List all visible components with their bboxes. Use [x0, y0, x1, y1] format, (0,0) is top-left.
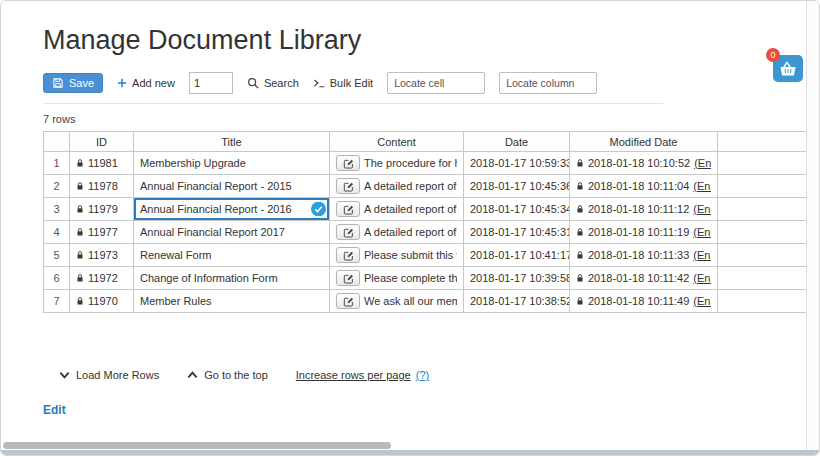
table-row: 2 11978 Annual Financial Report - 2015 A…	[44, 175, 808, 198]
increase-rows-per-page-link[interactable]: Increase rows per page	[296, 369, 411, 381]
window-bottom-edge	[1, 450, 819, 455]
date-cell[interactable]: 2018-01-17 10:38:52	[464, 290, 570, 313]
enable-link[interactable]: (Enabl...	[693, 249, 711, 261]
add-new-count-input[interactable]	[189, 72, 233, 94]
date-cell[interactable]: 2018-01-17 10:45:36	[464, 175, 570, 198]
modified-date-cell[interactable]: 2018-01-18 10:10:52(Enab...	[570, 152, 718, 175]
content-cell[interactable]: We ask all our membe...	[330, 290, 464, 313]
modified-date-cell[interactable]: 2018-01-18 10:11:12(Enable)	[570, 198, 718, 221]
row-number-cell[interactable]: 5	[44, 244, 70, 267]
title-cell[interactable]: Annual Financial Report - 2015	[134, 175, 330, 198]
content-cell[interactable]: The procedure for ho...	[330, 152, 464, 175]
enable-link[interactable]: (Enabl...	[693, 180, 711, 192]
title-cell[interactable]: Change of Information Form	[134, 267, 330, 290]
date-cell[interactable]: 2018-01-17 10:59:33	[464, 152, 570, 175]
id-cell[interactable]: 11981	[70, 152, 134, 175]
content-cell[interactable]: Please submit this for...	[330, 244, 464, 267]
title-cell[interactable]: Membership Upgrade	[134, 152, 330, 175]
pencil-square-icon	[343, 296, 354, 307]
pencil-square-icon	[343, 273, 354, 284]
edit-link[interactable]: Edit	[43, 403, 66, 417]
enable-link[interactable]: (Enable)	[693, 203, 711, 215]
date-cell[interactable]: 2018-01-17 10:41:17	[464, 244, 570, 267]
enable-link[interactable]: (Enabl...	[693, 272, 711, 284]
chevron-up-icon	[187, 371, 198, 379]
lock-icon	[576, 296, 584, 306]
enable-link[interactable]: (Enable)	[693, 226, 711, 238]
title-cell[interactable]: Annual Financial Report 2017	[134, 221, 330, 244]
save-button[interactable]: Save	[43, 73, 103, 93]
edit-content-button[interactable]	[336, 201, 360, 217]
edit-content-button[interactable]	[336, 247, 360, 263]
vertical-scrollbar[interactable]	[806, 1, 819, 455]
empty-cell[interactable]	[718, 221, 808, 244]
date-cell[interactable]: 2018-01-17 10:45:31	[464, 221, 570, 244]
go-to-top-button[interactable]: Go to the top	[187, 369, 268, 381]
pencil-square-icon	[343, 158, 354, 169]
date-cell[interactable]: 2018-01-17 10:39:58	[464, 267, 570, 290]
id-cell[interactable]: 11977	[70, 221, 134, 244]
column-header-extra	[718, 132, 808, 152]
column-header-modified-date[interactable]: Modified Date	[570, 132, 718, 152]
edit-content-button[interactable]	[336, 224, 360, 240]
search-button[interactable]: Search	[247, 77, 299, 89]
column-header-date[interactable]: Date	[464, 132, 570, 152]
content-cell[interactable]: A detailed report of th...	[330, 198, 464, 221]
modified-date-cell[interactable]: 2018-01-18 10:11:19(Enable)	[570, 221, 718, 244]
rows-count-label: 7 rows	[43, 113, 819, 125]
empty-cell[interactable]	[718, 152, 808, 175]
title-cell[interactable]: Member Rules	[134, 290, 330, 313]
empty-cell[interactable]	[718, 244, 808, 267]
pencil-square-icon	[343, 204, 354, 215]
horizontal-scrollbar[interactable]	[1, 441, 806, 450]
load-more-rows-button[interactable]: Load More Rows	[59, 369, 159, 381]
content-cell[interactable]: A detailed report of th...	[330, 221, 464, 244]
column-header-id[interactable]: ID	[70, 132, 134, 152]
horizontal-scrollbar-thumb[interactable]	[3, 442, 391, 449]
column-header-content[interactable]: Content	[330, 132, 464, 152]
pencil-square-icon	[343, 227, 354, 238]
help-link[interactable]: (?)	[416, 369, 429, 381]
check-circle-icon[interactable]	[311, 202, 326, 217]
row-number-cell[interactable]: 2	[44, 175, 70, 198]
id-cell[interactable]: 11970	[70, 290, 134, 313]
edit-content-button[interactable]	[336, 178, 360, 194]
add-new-button[interactable]: Add new	[117, 77, 175, 89]
id-cell[interactable]: 11979	[70, 198, 134, 221]
row-number-cell[interactable]: 7	[44, 290, 70, 313]
edit-content-button[interactable]	[336, 293, 360, 309]
title-cell-selected[interactable]: Annual Financial Report - 2016	[134, 198, 330, 221]
empty-cell[interactable]	[718, 290, 808, 313]
locate-cell-input[interactable]	[387, 72, 485, 94]
content-cell[interactable]: A detailed report of th...	[330, 175, 464, 198]
lock-icon	[76, 296, 84, 306]
id-cell[interactable]: 11978	[70, 175, 134, 198]
empty-cell[interactable]	[718, 198, 808, 221]
content-cell[interactable]: Please complete this f...	[330, 267, 464, 290]
locate-column-input[interactable]	[499, 72, 597, 94]
row-number-cell[interactable]: 4	[44, 221, 70, 244]
empty-cell[interactable]	[718, 175, 808, 198]
app-window: Manage Document Library Save Add new Sea…	[0, 0, 820, 456]
modified-date-cell[interactable]: 2018-01-18 10:11:49(Enabl...	[570, 290, 718, 313]
cart-button[interactable]: 0	[773, 55, 803, 82]
empty-cell[interactable]	[718, 267, 808, 290]
modified-date-cell[interactable]: 2018-01-18 10:11:33(Enabl...	[570, 244, 718, 267]
title-cell[interactable]: Renewal Form	[134, 244, 330, 267]
cart-badge: 0	[766, 48, 780, 62]
row-number-cell[interactable]: 6	[44, 267, 70, 290]
date-cell[interactable]: 2018-01-17 10:45:34	[464, 198, 570, 221]
modified-date-cell[interactable]: 2018-01-18 10:11:42(Enabl...	[570, 267, 718, 290]
row-number-cell[interactable]: 1	[44, 152, 70, 175]
column-header-title[interactable]: Title	[134, 132, 330, 152]
table-row: 6 11972 Change of Information Form Pleas…	[44, 267, 808, 290]
edit-content-button[interactable]	[336, 155, 360, 171]
row-number-cell[interactable]: 3	[44, 198, 70, 221]
enable-link[interactable]: (Enabl...	[693, 295, 711, 307]
enable-link[interactable]: (Enab...	[694, 157, 711, 169]
id-cell[interactable]: 11973	[70, 244, 134, 267]
id-cell[interactable]: 11972	[70, 267, 134, 290]
edit-content-button[interactable]	[336, 270, 360, 286]
bulk-edit-button[interactable]: Bulk Edit	[313, 77, 373, 89]
modified-date-cell[interactable]: 2018-01-18 10:11:04(Enabl...	[570, 175, 718, 198]
